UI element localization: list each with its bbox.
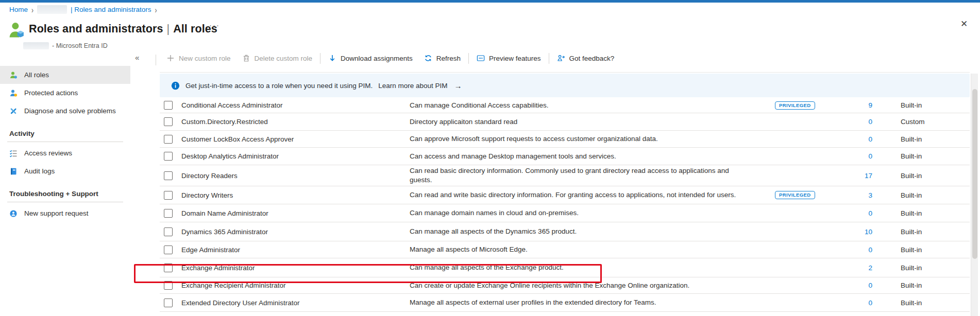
download-icon [328,54,336,62]
sidebar-item-new-support-request[interactable]: New support request [0,204,130,222]
sidebar-item-all-roles[interactable]: All roles [0,66,130,84]
arrow-right-icon: → [453,81,462,90]
privileged-badge: PRIVILEGED [775,101,815,110]
row-checkbox[interactable] [164,135,173,144]
assignments-count-link[interactable]: 10 [865,228,875,236]
role-type: Built-in [875,299,970,307]
assignments-count-link[interactable]: 0 [868,209,875,217]
row-checkbox[interactable] [164,227,173,236]
role-name[interactable]: Domain Name Administrator [181,209,410,217]
trash-icon [242,54,250,62]
vertical-scrollbar[interactable] [971,74,978,316]
role-type: Built-in [875,172,970,180]
row-checkbox[interactable] [164,152,173,161]
table-row: Desktop Analytics AdministratorCan acces… [160,148,970,165]
assignments-count-link[interactable]: 17 [865,172,875,180]
row-checkbox[interactable] [164,299,173,307]
role-name[interactable]: Exchange Recipient Administrator [181,282,410,289]
role-type: Built-in [875,209,970,217]
role-name[interactable]: Directory Readers [181,172,410,180]
assignments-count-link[interactable]: 0 [868,118,875,126]
toolbar-bottom-divider [160,72,970,73]
role-type: Built-in [875,135,970,143]
role-description: Can manage Conditional Access capabiliti… [410,101,770,110]
redacted-tenant-subtitle [23,42,49,49]
role-description: Directory applicaiton standard read [410,117,770,127]
sidebar-item-access-reviews[interactable]: Access reviews [0,144,130,162]
preview-features-button[interactable]: Preview features [471,54,547,62]
role-name[interactable]: Conditional Access Administrator [181,101,410,109]
redacted-tenant-name [37,5,67,14]
role-name[interactable]: Extended Directory User Administrator [181,299,410,307]
role-type: Built-in [875,228,970,236]
download-assignments-button[interactable]: Download assignments [323,54,418,62]
row-checkbox[interactable] [164,245,173,254]
sidebar-item-label: Audit logs [24,167,55,175]
pim-info-banner: Get just-in-time access to a role when y… [160,74,970,97]
close-blade-icon[interactable]: ✕ [960,19,968,29]
assignments-count-link[interactable]: 0 [868,299,875,307]
assignments-count-link[interactable]: 2 [868,264,875,272]
sidebar-item-label: Diagnose and solve problems [24,107,116,115]
new-custom-role-button[interactable]: New custom role [161,54,236,62]
breadcrumb: Home › | Roles and administrators › [9,5,157,14]
scrollbar-thumb[interactable] [972,89,977,259]
row-checkbox[interactable] [164,117,173,126]
row-checkbox[interactable] [164,171,173,180]
roles-administrators-page: { "breadcrumb": { "home": "Home", "separ… [0,0,980,316]
page-title-main: Roles and administrators [29,23,163,35]
refresh-button[interactable]: Refresh [418,54,466,62]
role-name[interactable]: Custom.Directory.Restricted [181,118,410,126]
role-description: Can read basic directory information. Co… [410,166,770,185]
row-checkbox[interactable] [164,191,173,200]
sidebar-item-audit-logs[interactable]: Audit logs [0,162,130,180]
row-checkbox[interactable] [164,101,173,110]
breadcrumb-section-link[interactable]: | Roles and administrators [71,6,151,13]
page-title-pipe: | [163,23,173,35]
audit-logs-icon [9,167,18,175]
role-name[interactable]: Customer LockBox Access Approver [181,135,410,143]
support-icon [9,209,18,218]
row-checkbox[interactable] [164,281,173,290]
assignments-count-link[interactable]: 0 [868,246,875,254]
role-name[interactable]: Edge Administrator [181,246,410,254]
toolbar-button-label: New custom role [179,55,231,62]
role-name[interactable]: Exchange Administrator [181,264,410,272]
privileged-badge: PRIVILEGED [775,191,815,199]
breadcrumb-separator-icon: › [31,5,33,15]
sidebar-section-header: Troubleshooting + Support [7,187,123,202]
info-icon [171,81,180,90]
row-checkbox[interactable] [164,209,173,218]
assignments-count-link[interactable]: 0 [868,282,875,289]
role-name[interactable]: Dynamics 365 Administrator [181,228,410,236]
toolbar-divider [156,55,156,65]
role-description: Can manage domain names in cloud and on-… [410,208,770,218]
assignments-count-link[interactable]: 0 [868,135,875,143]
role-description: Can approve Microsoft support requests t… [410,134,770,144]
assignments-count-link[interactable]: 0 [868,152,875,160]
row-checkbox[interactable] [164,264,173,272]
role-description: Can manage all aspects of the Exchange p… [410,263,770,272]
role-type: Built-in [875,264,970,272]
sidebar-collapse-icon[interactable]: « [135,53,139,62]
breadcrumb-separator-icon: › [155,5,157,15]
table-row: Edge AdministratorManage all aspects of … [160,241,970,258]
got-feedback--button[interactable]: Got feedback? [551,54,620,62]
table-row: Extended Directory User AdministratorMan… [160,294,970,312]
sidebar-item-diagnose-and-solve-problems[interactable]: Diagnose and solve problems [0,102,130,120]
toolbar-divider [320,53,320,64]
breadcrumb-home-link[interactable]: Home [9,6,28,13]
page-title: Roles and administrators|All roles [29,23,217,36]
pim-learn-more-link[interactable]: Learn more about PIM [378,82,447,90]
more-options-button[interactable]: ··· [209,21,220,29]
protected-actions-icon [9,89,18,97]
toolbar-button-label: Delete custom role [255,55,313,62]
sidebar-item-protected-actions[interactable]: Protected actions [0,84,130,102]
assignments-count-link[interactable]: 3 [868,191,875,199]
role-name[interactable]: Directory Writers [181,191,410,199]
role-name[interactable]: Desktop Analytics Administrator [181,152,410,160]
table-row: Conditional Access AdministratorCan mana… [160,98,970,113]
delete-custom-role-button[interactable]: Delete custom role [236,54,318,62]
assignments-count-link[interactable]: 9 [868,101,875,109]
roles-table: Conditional Access AdministratorCan mana… [160,98,970,312]
